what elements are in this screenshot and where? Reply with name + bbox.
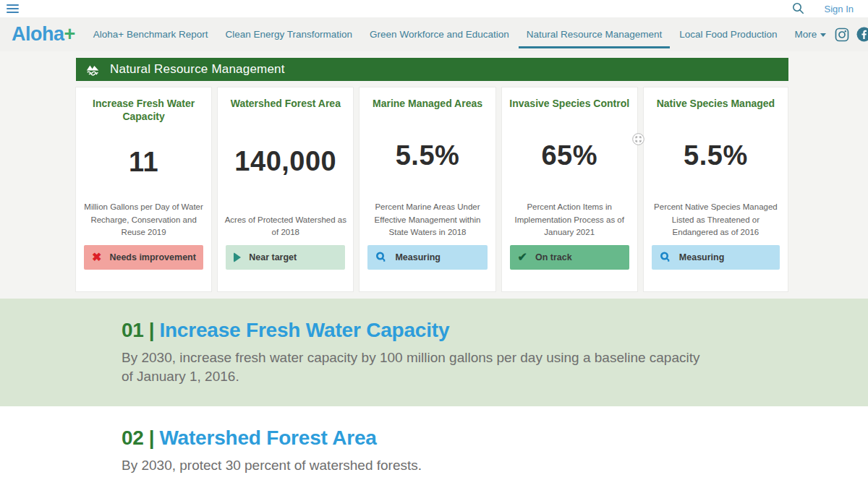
goal-title: Increase Fresh Water Capacity [159, 319, 449, 341]
card-value: 5.5% [684, 140, 748, 171]
card-fresh-water-capacity: Increase Fresh Water Capacity 11 Million… [75, 87, 212, 292]
card-value: 5.5% [396, 140, 460, 171]
card-title: Marine Managed Areas [365, 97, 489, 110]
goal-description: By 2030, protect 30 percent of watershed… [122, 456, 709, 475]
card-marine-managed: Marine Managed Areas 5.5% Percent Marine… [359, 87, 495, 292]
indicator-cards: Increase Fresh Water Capacity 11 Million… [75, 87, 788, 292]
magnifier-icon [375, 252, 387, 263]
nav-item-clean-energy[interactable]: Clean Energy Transformation [217, 17, 362, 51]
dashboard-area: Natural Resource Management Increase Fre… [0, 51, 868, 299]
nav-item-natural-resource[interactable]: Natural Resource Management [518, 17, 671, 51]
banner-title: Natural Resource Management [110, 62, 285, 77]
status-badge: ✖ Needs improvement [84, 245, 203, 270]
goal-heading: 02|Watershed Forest Area [122, 427, 868, 450]
status-badge: ✔ On track [510, 245, 629, 270]
main-navbar: Aloha+ Aloha+ Benchmark Report Clean Ene… [0, 17, 868, 51]
status-badge: Measuring [652, 245, 780, 270]
goal-section-02: 02|Watershed Forest Area By 2030, protec… [0, 406, 868, 484]
status-label: Measuring [679, 252, 725, 262]
status-label: On track [535, 252, 572, 262]
logo-text: Aloha [12, 23, 64, 45]
facebook-icon[interactable] [856, 27, 868, 42]
goal-heading: 01|Increase Fresh Water Capacity [122, 319, 868, 342]
nav-item-local-food[interactable]: Local Food Production [671, 17, 786, 51]
card-title: Increase Fresh Water Capacity [82, 97, 205, 123]
search-icon[interactable] [792, 2, 804, 17]
card-description: Percent Native Species Managed Listed as… [650, 201, 782, 239]
chevron-down-icon [820, 33, 826, 37]
card-title: Native Species Managed [650, 97, 782, 110]
pipe-divider: | [149, 427, 155, 449]
mountain-water-icon [85, 63, 101, 77]
status-label: Near target [249, 252, 297, 262]
aloha-plus-logo[interactable]: Aloha+ [12, 23, 75, 46]
card-title: Watershed Forest Area [224, 97, 347, 110]
card-value: 65% [541, 140, 597, 171]
nav-item-green-workforce[interactable]: Green Workforce and Education [361, 17, 518, 51]
goal-number: 02 [122, 427, 144, 449]
card-watershed-forest: Watershed Forest Area 140,000 Acres of P… [217, 87, 354, 292]
goal-description: By 2030, increase fresh water capacity b… [122, 348, 709, 385]
check-icon: ✔ [518, 252, 527, 263]
pipe-divider: | [149, 319, 155, 341]
social-icons [835, 27, 868, 42]
sign-in-link[interactable]: Sign In [825, 4, 854, 14]
card-title: Invasive Species Control [508, 97, 631, 110]
nav-items: Aloha+ Benchmark Report Clean Energy Tra… [85, 17, 835, 51]
goal-section-01: 01|Increase Fresh Water Capacity By 2030… [0, 299, 868, 406]
card-native-species: Native Species Managed 5.5% Percent Nati… [643, 87, 788, 292]
card-description: Million Gallons per Day of Water Recharg… [82, 201, 205, 239]
card-value: 11 [129, 147, 158, 178]
category-banner: Natural Resource Management [76, 58, 788, 81]
nav-item-benchmark-report[interactable]: Aloha+ Benchmark Report [85, 17, 217, 51]
card-description: Acres of Protected Watershed as of 2018 [224, 214, 347, 239]
logo-plus: + [64, 23, 75, 45]
status-badge: Near target [226, 245, 345, 270]
x-icon: ✖ [92, 252, 101, 263]
hamburger-menu-icon[interactable] [7, 4, 19, 15]
status-badge: Measuring [367, 245, 487, 270]
card-description: Percent Action Items in Implementation P… [508, 201, 631, 239]
status-label: Measuring [395, 252, 441, 262]
goal-title: Watershed Forest Area [159, 427, 376, 449]
nav-item-more[interactable]: More [786, 17, 835, 51]
card-value: 140,000 [234, 146, 336, 177]
instagram-icon[interactable] [835, 27, 849, 42]
play-icon [234, 252, 241, 262]
goal-number: 01 [122, 319, 144, 341]
card-invasive-species: Invasive Species Control 65% Percent Act… [501, 87, 638, 292]
expand-icon[interactable] [632, 133, 644, 148]
card-description: Percent Marine Areas Under Effective Man… [365, 201, 489, 239]
magnifier-icon [660, 252, 671, 263]
status-label: Needs improvement [109, 252, 195, 262]
top-utility-bar: Sign In [0, 0, 868, 17]
